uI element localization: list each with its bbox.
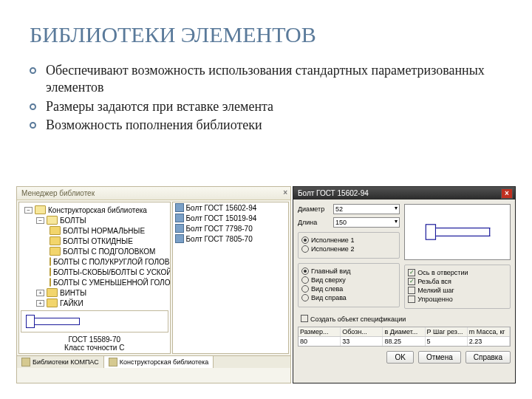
options-group: Ось в отверстии Резьба вся Мелкий шаг Уп… (404, 265, 511, 309)
view-radio[interactable]: Вид слева (301, 285, 396, 293)
folder-icon (50, 226, 61, 235)
th: Размер... (299, 327, 341, 336)
folder-icon (47, 299, 58, 307)
bolt-icon (26, 315, 80, 328)
radio-icon (301, 245, 309, 253)
tree-label: БОЛТЫ ОТКИДНЫЕ (63, 237, 133, 245)
tree-root-item[interactable]: − Конструкторская библиотека (23, 205, 168, 215)
folder-icon (50, 247, 61, 256)
th: в Диамет... (383, 327, 425, 336)
check-label: Мелкий шаг (417, 287, 454, 294)
collapse-icon[interactable]: − (36, 217, 44, 224)
library-tab[interactable]: Библиотеки КОМПАС (17, 356, 104, 368)
view-radio[interactable]: Вид сверху (301, 276, 396, 284)
tree-label: БОЛТЫ С ПОЛУКРУГЛОЙ ГОЛОВКОЙ (53, 258, 171, 266)
cancel-button[interactable]: Отмена (418, 351, 461, 364)
library-tabs: Библиотеки КОМПАС Конструкторская библио… (17, 355, 290, 368)
tab-label: Конструкторская библиотека (120, 358, 209, 366)
tree-folder[interactable]: БОЛТЫ С УМЕНЬШЕННОЙ ГОЛОВКОЙ (23, 277, 168, 287)
tree-folder[interactable]: БОЛТЫ ОТКИДНЫЕ (23, 236, 168, 246)
tab-icon (21, 358, 30, 366)
tree-group[interactable]: − БОЛТЫ (23, 215, 168, 225)
tree-sibling[interactable]: +ГАЙКИ (23, 298, 168, 308)
option-check[interactable]: Упрощенно (408, 296, 507, 303)
list-item[interactable]: Болт ГОСТ 7805-70 (173, 233, 289, 244)
radio-icon (301, 285, 309, 293)
collapse-icon[interactable]: − (24, 207, 33, 214)
item-icon (175, 214, 184, 222)
help-button[interactable]: Справка (466, 351, 511, 364)
option-check[interactable]: Мелкий шаг (408, 287, 507, 294)
bolt-icon (425, 224, 490, 240)
ok-button[interactable]: OK (386, 351, 413, 364)
execution-radio-2[interactable]: Исполнение 2 (301, 245, 396, 253)
list-item[interactable]: Болт ГОСТ 15019-94 (173, 213, 289, 223)
td: 33 (341, 337, 383, 346)
folder-icon (35, 205, 46, 214)
th: P Шаг рез... (426, 327, 468, 336)
preview-caption: ГОСТ 15589-70 Класс точности С (19, 334, 170, 353)
preview-caption-text: ГОСТ 15589-70 (19, 335, 170, 344)
close-icon[interactable]: × (283, 188, 287, 197)
td: 5 (426, 337, 468, 346)
view-radio[interactable]: Вид справа (301, 294, 396, 301)
th: m Масса, кг (468, 327, 510, 336)
list-label: Болт ГОСТ 7798-70 (186, 225, 253, 233)
tree-folder[interactable]: БОЛТЫ С ПОДГОЛОВКОМ (23, 246, 168, 256)
folder-icon (50, 257, 51, 266)
td: 2.23 (468, 337, 510, 346)
slide-title: БИБЛИОТЕКИ ЭЛЕМЕНТОВ (30, 22, 502, 47)
execution-group: Исполнение 1 Исполнение 2 (298, 232, 400, 259)
tree-folder[interactable]: БОЛТЫ С ПОЛУКРУГЛОЙ ГОЛОВКОЙ (23, 256, 168, 267)
diameter-combo[interactable]: 52 (333, 204, 400, 214)
execution-radio-1[interactable]: Исполнение 1 (301, 236, 396, 244)
spec-table: Размер... Обозн... в Диамет... P Шаг рез… (298, 327, 511, 347)
checkbox-icon (408, 296, 415, 303)
table-row[interactable]: 80 33 88.25 5 2.23 (299, 337, 510, 346)
radio-label: Вид слева (311, 285, 343, 293)
list-item[interactable]: Болт ГОСТ 7798-70 (173, 223, 289, 233)
option-check[interactable]: Резьба вся (408, 278, 507, 285)
preview-sub-text: Класс точности С (19, 344, 170, 352)
create-spec-check[interactable] (301, 315, 308, 322)
library-tree[interactable]: − Конструкторская библиотека − БОЛТЫ БОЛ… (18, 202, 171, 354)
library-list[interactable]: Болт ГОСТ 15602-94 Болт ГОСТ 15019-94 Бо… (172, 202, 290, 354)
checkbox-icon (301, 315, 308, 322)
library-manager-header: Менеджер библиотек × (17, 187, 290, 200)
radio-icon (301, 276, 309, 284)
radio-label: Вид сверху (311, 276, 346, 284)
folder-icon (47, 216, 58, 225)
diameter-label: Диаметр (298, 205, 330, 213)
view-group: Главный вид Вид сверху Вид слева Вид спр… (298, 263, 400, 307)
radio-label: Исполнение 2 (311, 245, 354, 253)
bullet-item: Возможность пополнения библиотеки (30, 117, 502, 134)
expand-icon[interactable]: + (36, 300, 44, 307)
expand-icon[interactable]: + (36, 290, 44, 296)
tree-label: БОЛТЫ С ПОДГОЛОВКОМ (63, 248, 155, 256)
library-tab[interactable]: Конструкторская библиотека (104, 356, 214, 368)
tree-label: БОЛТЫ НОРМАЛЬНЫЕ (63, 227, 145, 235)
tree-label: БОЛТЫ (60, 216, 86, 225)
bullet-list: Обеспечивают возможность использования с… (30, 62, 502, 134)
option-check[interactable]: Ось в отверстии (408, 269, 507, 276)
length-combo[interactable]: 150 (333, 217, 400, 228)
tree-sibling[interactable]: +ВИНТЫ (23, 287, 168, 298)
checkbox-icon (408, 278, 415, 285)
item-icon (175, 234, 184, 243)
dialog-title: Болт ГОСТ 15602-94 (298, 189, 369, 197)
tree-label: ГАЙКИ (60, 299, 83, 307)
view-radio[interactable]: Главный вид (301, 267, 396, 275)
list-item[interactable]: Болт ГОСТ 15602-94 (173, 202, 289, 213)
item-icon (175, 224, 184, 233)
tree-folder[interactable]: БОЛТЫ НОРМАЛЬНЫЕ (23, 225, 168, 236)
list-label: Болт ГОСТ 7805-70 (186, 235, 253, 243)
bolt-preview (404, 204, 511, 260)
dialog-titlebar: Болт ГОСТ 15602-94 × (293, 187, 515, 200)
radio-label: Главный вид (311, 267, 350, 275)
close-icon[interactable]: × (501, 188, 513, 199)
tree-folder[interactable]: БОЛТЫ-СКОБЫ/БОЛТЫ С УСКОЙ (23, 267, 168, 277)
table-header: Размер... Обозн... в Диамет... P Шаг рез… (299, 327, 510, 337)
bullet-item: Обеспечивают возможность использования с… (30, 62, 502, 97)
tree-label: БОЛТЫ-СКОБЫ/БОЛТЫ С УСКОЙ (53, 268, 171, 276)
create-spec-label: Создать объект спецификации (310, 316, 406, 323)
